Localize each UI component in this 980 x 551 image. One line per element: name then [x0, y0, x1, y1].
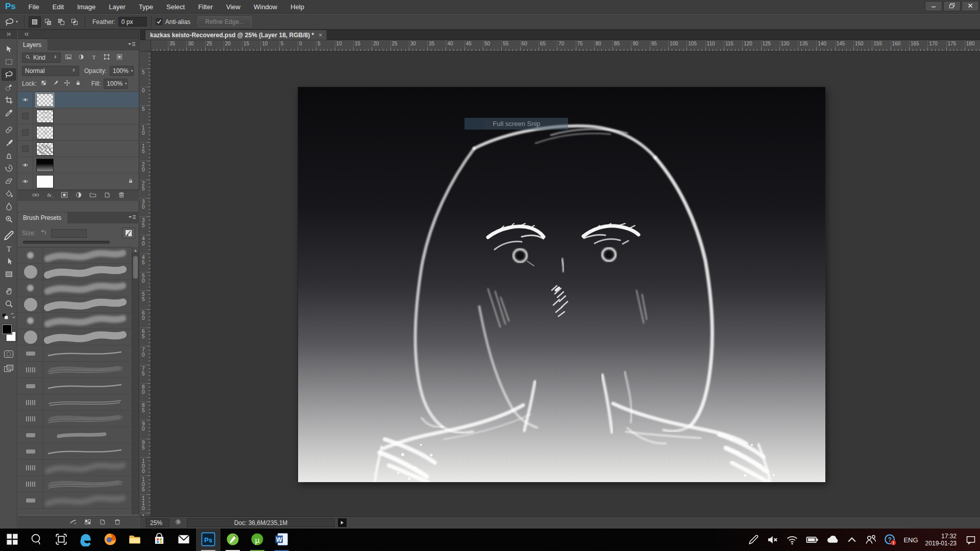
brush-size-slider[interactable]	[23, 241, 110, 244]
menu-select[interactable]: Select	[160, 0, 191, 13]
taskbar-edge-button[interactable]	[74, 529, 98, 551]
texture-preview-button[interactable]	[84, 518, 92, 527]
brush-preset-row[interactable]	[18, 329, 132, 345]
shape-filter-icon[interactable]	[103, 54, 111, 62]
menu-file[interactable]: File	[22, 0, 46, 13]
rectangle-tool[interactable]	[2, 268, 16, 280]
layers-tab[interactable]: Layers	[18, 39, 47, 51]
brush-preset-row[interactable]	[18, 476, 132, 492]
brush-preset-row[interactable]	[18, 247, 132, 264]
document-tab[interactable]: kazkas keisto-Recovered.psd @ 25% (Layer…	[145, 30, 327, 40]
refine-edge-button[interactable]: Refine Edge...	[198, 16, 252, 27]
blend-mode-dropdown[interactable]: Normal	[22, 66, 79, 76]
zoom-level-field[interactable]: 25%	[146, 518, 169, 527]
type-filter-icon[interactable]: T	[90, 54, 98, 62]
feather-input[interactable]: 0 px	[118, 17, 147, 27]
layer-row-layer-11[interactable]	[18, 157, 139, 173]
canvas[interactable]: Full screen Snip	[298, 87, 825, 482]
stroke-preview-toggle-button[interactable]	[69, 518, 77, 527]
brush-tool[interactable]	[2, 136, 16, 148]
brush-size-input[interactable]	[51, 229, 87, 238]
lasso-tool[interactable]	[2, 68, 16, 81]
visibility-eye-icon[interactable]	[18, 157, 33, 173]
brush-presets-tab[interactable]: Brush Presets	[18, 212, 67, 223]
action-center-icon[interactable]	[966, 535, 976, 545]
vertical-ruler[interactable]: 5051015202530354045505560657075808590951…	[140, 52, 151, 516]
brush-panel-menu-icon[interactable]	[128, 214, 136, 222]
default-colors-icon[interactable]	[2, 313, 9, 322]
clone-stamp-tool[interactable]	[2, 149, 16, 161]
taskbar-search-button[interactable]	[24, 529, 49, 551]
hand-tool[interactable]	[2, 285, 16, 297]
menu-filter[interactable]: Filter	[191, 0, 219, 13]
new-selection-button[interactable]	[29, 16, 41, 28]
preset-manager-button[interactable]	[122, 228, 135, 239]
close-tab-icon[interactable]: ×	[318, 32, 322, 39]
brush-preset-row[interactable]	[18, 362, 132, 378]
taskbar-firefox-button[interactable]	[98, 529, 122, 551]
new-layer-button[interactable]	[103, 191, 111, 200]
adjustment-filter-icon[interactable]	[77, 54, 85, 62]
swap-colors-icon[interactable]	[10, 312, 16, 320]
ruler-corner[interactable]	[140, 40, 151, 52]
screen-mode-button[interactable]	[2, 362, 16, 374]
clock[interactable]: 17:32 2019-01-23	[925, 533, 957, 547]
intersect-selection-button[interactable]	[68, 16, 81, 28]
brush-preset-row[interactable]	[18, 345, 132, 362]
lock-position-icon[interactable]	[63, 80, 71, 88]
taskbar-photoshop-button[interactable]: Ps	[196, 529, 220, 551]
path-selection-tool[interactable]	[2, 255, 16, 267]
pen-tool[interactable]	[2, 230, 16, 242]
history-brush-tool[interactable]	[2, 162, 16, 174]
type-tool[interactable]: T	[2, 242, 16, 255]
layers-panel-menu-icon[interactable]	[128, 41, 136, 49]
link-layers-button[interactable]	[32, 191, 40, 200]
visibility-eye-icon[interactable]	[18, 173, 33, 190]
move-tool[interactable]	[2, 43, 16, 55]
menu-edit[interactable]: Edit	[46, 0, 70, 13]
scrollbar-thumb[interactable]	[133, 256, 138, 279]
battery-icon[interactable]	[805, 533, 819, 546]
brush-preset-row[interactable]	[18, 280, 132, 296]
taskbar-word-button[interactable]: W	[270, 529, 294, 551]
layer-row-background[interactable]	[18, 173, 139, 190]
new-brush-button[interactable]	[99, 518, 107, 527]
layer-thumbnail[interactable]	[36, 175, 54, 188]
status-flyout-button[interactable]	[338, 518, 347, 527]
visibility-toggle-empty[interactable]	[18, 124, 33, 141]
brush-preset-row[interactable]	[18, 443, 132, 460]
brush-preset-row[interactable]	[18, 411, 132, 427]
menu-image[interactable]: Image	[70, 0, 102, 13]
visibility-toggle-empty[interactable]	[18, 141, 33, 157]
brush-preset-row[interactable]	[18, 296, 132, 313]
layer-thumbnail[interactable]	[36, 159, 54, 172]
layer-row-layer-12[interactable]	[18, 108, 139, 124]
chevron-up-icon[interactable]	[846, 534, 857, 545]
layer-thumbnail[interactable]	[36, 93, 54, 107]
menu-view[interactable]: View	[219, 0, 247, 13]
new-group-button[interactable]	[89, 191, 97, 200]
spot-healing-brush-tool[interactable]	[2, 123, 16, 136]
layer-row-layer-18[interactable]	[18, 92, 139, 108]
dodge-tool[interactable]	[2, 213, 16, 225]
scroll-up-icon[interactable]: ▲	[132, 247, 139, 254]
lock-all-icon[interactable]	[75, 80, 81, 88]
crop-tool[interactable]	[2, 94, 16, 106]
layer-filter-kind-dropdown[interactable]: Kind	[22, 53, 61, 63]
close-button[interactable]	[962, 1, 979, 11]
language-indicator[interactable]: ENG	[903, 536, 918, 544]
rectangular-marquee-tool[interactable]	[2, 56, 16, 68]
layer-styles-button[interactable]: fx	[46, 191, 54, 200]
fill-dropdown[interactable]: 100% ▾	[104, 79, 128, 89]
panel-collapse-button[interactable]	[18, 30, 139, 39]
lock-transparency-icon[interactable]	[40, 80, 47, 88]
paint-bucket-tool[interactable]	[2, 187, 16, 199]
menu-type[interactable]: Type	[132, 0, 160, 13]
brush-preset-row[interactable]	[18, 492, 132, 509]
quick-selection-tool[interactable]	[2, 81, 16, 93]
brush-preset-row[interactable]	[18, 460, 132, 476]
pixel-filter-icon[interactable]	[64, 54, 72, 62]
pen-icon[interactable]	[747, 534, 760, 546]
layer-row-layer-10[interactable]	[18, 124, 139, 141]
visibility-toggle-empty[interactable]	[18, 108, 33, 124]
